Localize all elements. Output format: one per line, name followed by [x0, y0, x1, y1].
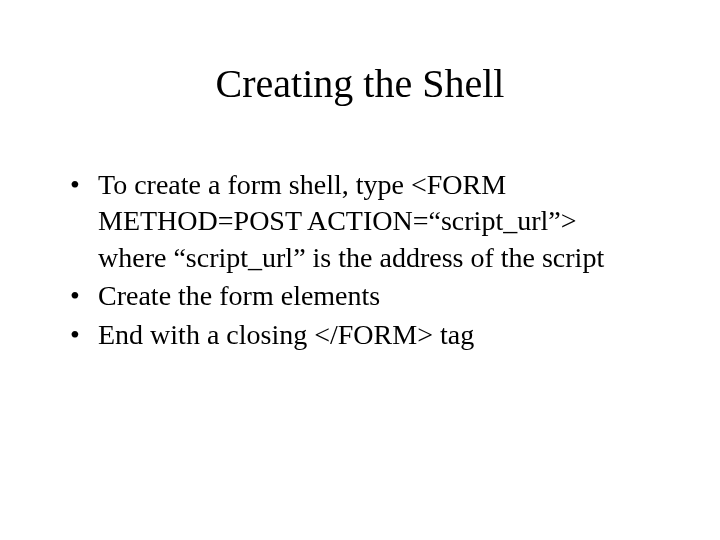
list-item: To create a form shell, type <FORM METHO…: [70, 167, 650, 276]
list-item: Create the form elements: [70, 278, 650, 314]
slide-title: Creating the Shell: [70, 60, 650, 107]
list-item: End with a closing </FORM> tag: [70, 317, 650, 353]
bullet-list: To create a form shell, type <FORM METHO…: [70, 167, 650, 353]
